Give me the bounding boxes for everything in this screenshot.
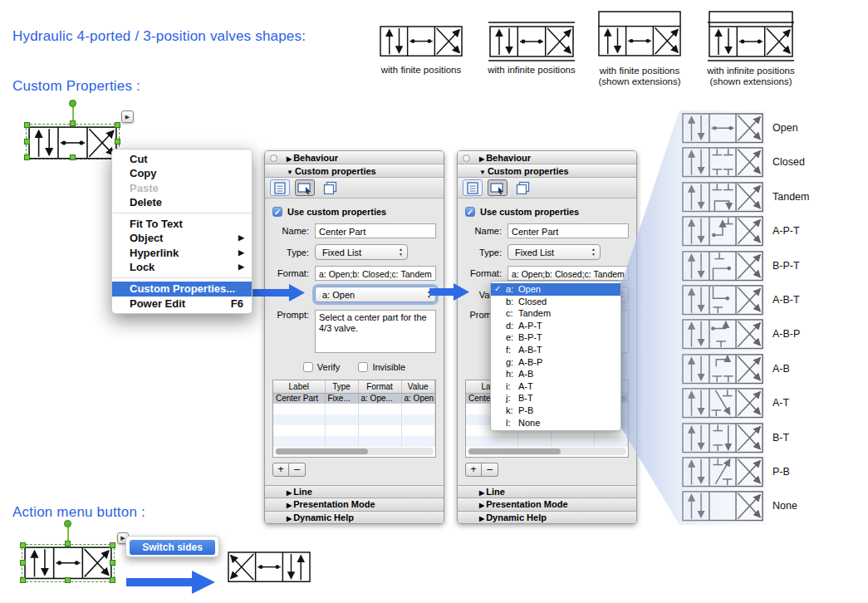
- selection-handle[interactable]: [65, 541, 71, 547]
- dropdown-option-tandem[interactable]: c:Tandem: [491, 307, 620, 320]
- table-header-row[interactable]: LabelTypeFormatValue: [273, 380, 435, 393]
- table-horizontal-scrollbar[interactable]: [275, 448, 434, 455]
- table-horizontal-scrollbar[interactable]: [468, 448, 626, 455]
- invisible-checkbox[interactable]: [358, 362, 368, 372]
- table-row[interactable]: [273, 436, 435, 447]
- valve-option-tandem: [681, 181, 764, 213]
- name-field[interactable]: Center Part: [508, 223, 629, 238]
- format-field[interactable]: a: Open;b: Closed;c: Tandem: [315, 266, 436, 281]
- section-dynamic-help[interactable]: ▶Dynamic Help: [458, 511, 636, 524]
- dropdown-option-a-p-t[interactable]: d:A-P-T: [491, 320, 620, 332]
- selection-properties-tab[interactable]: [488, 179, 508, 196]
- selection-handle[interactable]: [70, 120, 76, 126]
- menu-item-lock[interactable]: Lock▶: [112, 260, 252, 274]
- valve-option-label: A-B-P: [772, 328, 800, 340]
- custom-properties-section-header[interactable]: ▼Custom properties: [458, 164, 636, 178]
- table-row[interactable]: [273, 404, 435, 414]
- canvas-properties-tab[interactable]: [512, 179, 532, 196]
- dropdown-option-a-b-p[interactable]: g:A-B-P: [491, 356, 620, 369]
- canvas-properties-tab[interactable]: [320, 179, 340, 196]
- selection-handle[interactable]: [24, 122, 30, 128]
- dropdown-option-p-b[interactable]: k:P-B: [491, 404, 620, 417]
- valve-option-label: A-P-T: [772, 225, 800, 237]
- dropdown-option-a-b[interactable]: h:A-B: [491, 368, 620, 380]
- menu-item-cut[interactable]: Cut: [112, 152, 252, 166]
- valve-option-none: [681, 490, 764, 522]
- table-row[interactable]: [466, 436, 628, 447]
- inspector-pin-icon[interactable]: [270, 154, 277, 162]
- selection-handle[interactable]: [20, 542, 26, 548]
- object-properties-tab[interactable]: [463, 179, 483, 196]
- column-header[interactable]: Format: [358, 380, 401, 393]
- selection-handle[interactable]: [110, 577, 115, 583]
- verify-checkbox[interactable]: [303, 362, 313, 372]
- dropdown-option-none[interactable]: l:None: [491, 417, 620, 429]
- valve-option-at: [681, 387, 764, 419]
- table-row[interactable]: [273, 425, 435, 436]
- section-dynamic-help[interactable]: ▶Dynamic Help: [265, 511, 444, 524]
- menu-item-custom-properties[interactable]: Custom Properties...: [112, 282, 252, 296]
- menu-item-power-edit[interactable]: Power EditF6: [112, 297, 252, 311]
- dropdown-option-a-t[interactable]: i:A-T: [491, 380, 620, 393]
- menu-item-fit-to-text[interactable]: Fit To Text: [112, 217, 252, 231]
- inspector-pin-icon[interactable]: [463, 154, 470, 162]
- selection-handle[interactable]: [110, 542, 115, 548]
- section-presentation-mode[interactable]: ▶Presentation Mode: [458, 498, 636, 511]
- column-header[interactable]: Label: [273, 380, 325, 393]
- section-line[interactable]: ▶Line: [458, 485, 636, 498]
- remove-property-button[interactable]: –: [482, 463, 498, 477]
- object-properties-tab[interactable]: [270, 179, 290, 196]
- selected-valve-shape[interactable]: [23, 546, 113, 581]
- menu-item-object[interactable]: Object▶: [112, 231, 252, 245]
- dropdown-option-b-t[interactable]: j:B-T: [491, 392, 620, 404]
- table-row[interactable]: Center PartFixe...a: Ope...a: Open: [273, 393, 435, 404]
- type-popup[interactable]: Fixed List▲▼: [508, 244, 601, 260]
- dropdown-option-a-b-t[interactable]: f:A-B-T: [491, 344, 620, 356]
- menu-item-copy[interactable]: Copy: [112, 166, 252, 180]
- dropdown-option-closed[interactable]: b:Closed: [491, 296, 620, 308]
- arrow-panel-to-panel: [429, 282, 469, 302]
- column-header[interactable]: Value: [401, 380, 435, 393]
- selection-properties-tab[interactable]: [295, 179, 315, 196]
- rotation-handle[interactable]: [64, 520, 71, 527]
- value-popup[interactable]: a: Open▲▼: [315, 287, 436, 302]
- table-row[interactable]: [273, 414, 435, 425]
- selection-handle[interactable]: [20, 577, 26, 583]
- selection-handle[interactable]: [24, 154, 30, 160]
- dropdown-option-b-p-t[interactable]: e:B-P-T: [491, 331, 620, 344]
- up-down-arrows-icon: ▲▼: [591, 247, 596, 257]
- behaviour-section-header[interactable]: ▶Behaviour: [458, 151, 636, 164]
- prompt-field[interactable]: Select a center part for the 4/3 valve.: [315, 310, 436, 353]
- selection-handle[interactable]: [20, 560, 26, 566]
- dropdown-option-open[interactable]: ✓a:Open: [491, 283, 620, 296]
- properties-table[interactable]: LabelTypeFormatValue Center PartFixe...a…: [272, 380, 436, 458]
- custom-properties-section-header[interactable]: ▼Custom properties: [265, 164, 444, 178]
- remove-property-button[interactable]: –: [289, 463, 306, 477]
- type-popup[interactable]: Fixed List▲▼: [315, 244, 408, 260]
- action-menu-button[interactable]: ▶: [121, 110, 134, 123]
- section-line[interactable]: ▶Line: [265, 485, 444, 498]
- use-custom-properties-checkbox[interactable]: ✓: [272, 207, 282, 217]
- column-header[interactable]: Type: [325, 380, 358, 393]
- switch-sides-menu-item[interactable]: Switch sides: [130, 540, 215, 555]
- selection-handle[interactable]: [115, 139, 120, 145]
- selection-handle[interactable]: [65, 577, 71, 583]
- menu-item-hyperlink[interactable]: Hyperlink▶: [112, 246, 252, 260]
- selection-handle[interactable]: [24, 139, 30, 145]
- section-title-custom-properties: Custom Properties :: [12, 78, 140, 95]
- switched-valve-shape: [227, 551, 311, 583]
- menu-item-delete[interactable]: Delete: [112, 195, 252, 209]
- selection-handle[interactable]: [110, 560, 115, 566]
- section-presentation-mode[interactable]: ▶Presentation Mode: [265, 498, 444, 511]
- add-property-button[interactable]: +: [272, 463, 289, 477]
- add-property-button[interactable]: +: [465, 463, 482, 477]
- stacked-canvases-icon: [516, 181, 530, 194]
- selection-handle[interactable]: [70, 154, 76, 160]
- selection-handle[interactable]: [115, 122, 120, 128]
- behaviour-section-header[interactable]: ▶Behaviour: [265, 151, 444, 164]
- format-field[interactable]: a: Open;b: Closed;c: Tandem: [508, 266, 629, 281]
- use-custom-properties-checkbox[interactable]: ✓: [465, 207, 475, 217]
- name-field[interactable]: Center Part: [315, 223, 436, 238]
- rotation-handle[interactable]: [69, 100, 76, 107]
- arrow-switch-result: [126, 570, 215, 595]
